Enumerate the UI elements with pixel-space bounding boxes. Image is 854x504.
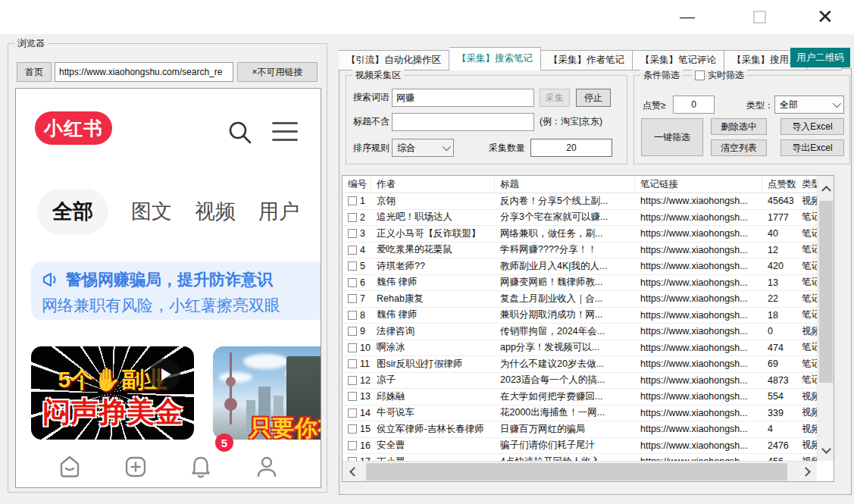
- table-row[interactable]: 10 啊涂冰 app分享！发视频可以... https://www.xiaoho…: [343, 340, 817, 357]
- table-row[interactable]: 8 魏伟 律师 兼职分期取消成功！网... https://www.xiaoho…: [343, 308, 817, 324]
- column-header[interactable]: 笔记链接: [635, 176, 762, 193]
- collect-button[interactable]: 采集: [540, 89, 570, 107]
- one-key-filter-button[interactable]: 一键筛选: [641, 118, 703, 156]
- title-exclude-input[interactable]: [392, 113, 534, 131]
- sort-rule-select[interactable]: 综合: [392, 139, 454, 157]
- vertical-scroll-thumb[interactable]: [819, 201, 833, 383]
- realtime-filter-checkbox[interactable]: [695, 70, 705, 80]
- site-tab[interactable]: 用户: [258, 189, 299, 234]
- horizontal-scroll-thumb[interactable]: [366, 463, 787, 481]
- row-checkbox[interactable]: [348, 376, 357, 385]
- scroll-left-icon[interactable]: [346, 462, 362, 482]
- note-link-cell[interactable]: https://www.xiaohongsh...: [635, 343, 762, 353]
- play-icon[interactable]: [149, 358, 180, 390]
- type-filter-select[interactable]: 全部: [774, 95, 844, 114]
- note-thumbnail-2[interactable]: 只要你有电: [213, 346, 321, 440]
- column-header[interactable]: 点赞数: [762, 176, 796, 193]
- row-checkbox[interactable]: [348, 392, 357, 401]
- table-row[interactable]: 4 爱吃浆果的花栗鼠 学科网赚????分享！！ https://www.xiao…: [343, 243, 817, 259]
- home-button[interactable]: 首页: [17, 62, 52, 82]
- notifications-bell-icon[interactable]: [186, 452, 215, 481]
- table-row[interactable]: 12 凉子 2023适合每一个人的搞... https://www.xiaoho…: [343, 373, 817, 390]
- maximize-button[interactable]: [737, 0, 782, 34]
- note-link-cell[interactable]: https://www.xiaohongsh...: [635, 196, 762, 206]
- table-row[interactable]: 15 侯立军律师-吉林长春律师 日赚百万网红的骗局 https://www.xi…: [343, 421, 817, 438]
- row-checkbox[interactable]: [348, 261, 357, 271]
- note-link-cell[interactable]: https://www.xiaohongsh...: [635, 375, 762, 386]
- minimize-button[interactable]: —: [665, 0, 710, 34]
- column-header[interactable]: 编号: [343, 176, 371, 193]
- scroll-right-icon[interactable]: [797, 462, 814, 482]
- row-checkbox[interactable]: [348, 213, 357, 222]
- table-row[interactable]: 16 安全曹 骗子们请你们耗子尾汁 https://www.xiaohongsh…: [343, 438, 817, 455]
- note-link-cell[interactable]: https://www.xiaohongsh...: [635, 391, 762, 402]
- table-row[interactable]: 6 魏伟 律师 网赚变网赔！魏律师教... https://www.xiaoho…: [343, 275, 817, 292]
- search-words-input[interactable]: 网赚: [392, 89, 534, 107]
- table-row[interactable]: 11 图sir反职业打假律师 为什么不建议20岁去做... https://ww…: [343, 356, 817, 373]
- note-link-cell[interactable]: https://www.xiaohongsh...: [635, 424, 762, 434]
- close-button[interactable]: ✕: [802, 0, 848, 34]
- scroll-down-icon[interactable]: [818, 441, 834, 456]
- note-link-cell[interactable]: https://www.xiaohongsh...: [635, 277, 762, 288]
- table-row[interactable]: 3 正义小马哥【反诈联盟】 网络兼职，做任务，刷... https://www.…: [343, 226, 817, 243]
- column-header[interactable]: 作者: [371, 176, 495, 193]
- clear-list-button[interactable]: 清空列表: [711, 139, 767, 156]
- horizontal-scrollbar[interactable]: [343, 461, 817, 481]
- row-checkbox[interactable]: [348, 229, 357, 238]
- row-checkbox[interactable]: [348, 409, 357, 418]
- column-header[interactable]: 标题: [495, 176, 635, 193]
- note-link-cell[interactable]: https://www.xiaohongsh...: [635, 358, 762, 369]
- note-link-cell[interactable]: https://www.xiaohongsh...: [635, 310, 762, 321]
- row-checkbox[interactable]: [348, 196, 357, 205]
- table-row[interactable]: 5 诗琪老师?? 教师副业月入4K|我的人... https://www.xia…: [343, 258, 817, 275]
- create-post-icon[interactable]: [121, 452, 150, 481]
- note-link-cell[interactable]: https://www.xiaohongsh...: [635, 293, 762, 304]
- app-tab[interactable]: 【采集】笔记评论: [633, 50, 724, 70]
- table-row[interactable]: 13 邱姝融 在大学如何把学费赚回... https://www.xiaohon…: [343, 389, 817, 405]
- table-row[interactable]: 14 牛哥说车 花2000出海捕鱼！一网... https://www.xiao…: [343, 405, 817, 422]
- invalid-link-button[interactable]: ×不可用链接: [237, 62, 318, 82]
- row-checkbox[interactable]: [348, 327, 357, 336]
- stop-button[interactable]: 停止: [576, 89, 611, 107]
- row-checkbox[interactable]: [348, 359, 357, 368]
- table-row[interactable]: 17 丁小翼 4点快速拉开同龄人收入... https://www.xiaoho…: [343, 454, 817, 461]
- row-checkbox[interactable]: [348, 246, 357, 255]
- table-row[interactable]: 9 法律咨询 传销罪拘留，2024年会... https://www.xiaoh…: [343, 324, 817, 340]
- likes-min-input[interactable]: 0: [673, 95, 715, 114]
- site-tab[interactable]: 图文: [131, 189, 172, 234]
- row-checkbox[interactable]: [348, 294, 357, 303]
- url-input[interactable]: https://www.xiaohongshu.com/search_re: [55, 62, 233, 82]
- scroll-up-icon[interactable]: [818, 180, 834, 196]
- row-checkbox[interactable]: [348, 311, 357, 320]
- note-link-cell[interactable]: https://www.xiaohongsh...: [635, 228, 762, 239]
- row-checkbox[interactable]: [348, 424, 357, 434]
- user-qrcode-button[interactable]: 用户二维码: [790, 48, 850, 67]
- delete-selected-button[interactable]: 删除选中: [711, 118, 767, 135]
- table-row[interactable]: 1 京翎 反内卷！分享5个线上副... https://www.xiaohong…: [343, 193, 817, 210]
- hamburger-menu-icon[interactable]: [272, 122, 298, 147]
- home-icon[interactable]: [55, 452, 84, 481]
- profile-icon[interactable]: [252, 452, 281, 481]
- import-excel-button[interactable]: 导入Excel: [780, 118, 844, 135]
- row-checkbox[interactable]: [348, 343, 357, 352]
- app-tab[interactable]: 【采集】作者笔记: [541, 50, 633, 70]
- row-checkbox[interactable]: [348, 441, 357, 450]
- app-tab[interactable]: 【采集】搜索笔记: [449, 47, 541, 70]
- vertical-scrollbar[interactable]: [817, 176, 834, 461]
- note-link-cell[interactable]: https://www.xiaohongsh...: [635, 245, 762, 255]
- column-header[interactable]: 类型: [796, 176, 817, 193]
- note-link-cell[interactable]: https://www.xiaohongsh...: [635, 408, 762, 418]
- search-icon[interactable]: [227, 119, 254, 146]
- table-row[interactable]: 2 追光吧！职场达人 分享3个宅在家就可以赚... https://www.xi…: [343, 210, 817, 227]
- site-tab[interactable]: 视频: [195, 189, 236, 234]
- collect-count-input[interactable]: 20: [530, 139, 612, 157]
- note-link-cell[interactable]: https://www.xiaohongsh...: [635, 261, 762, 271]
- table-row[interactable]: 7 Rehab康复 复盘上月副业收入｜合... https://www.xiao…: [343, 291, 817, 308]
- note-link-cell[interactable]: https://www.xiaohongsh...: [635, 440, 762, 451]
- note-link-cell[interactable]: https://www.xiaohongsh...: [635, 326, 762, 337]
- export-excel-button[interactable]: 导出Excel: [780, 139, 844, 156]
- note-thumbnail-1[interactable]: 5个✋副业 闷声挣美金: [31, 346, 194, 440]
- site-tab[interactable]: 全部: [37, 189, 108, 234]
- row-checkbox[interactable]: [348, 278, 357, 287]
- note-link-cell[interactable]: https://www.xiaohongsh...: [635, 212, 762, 223]
